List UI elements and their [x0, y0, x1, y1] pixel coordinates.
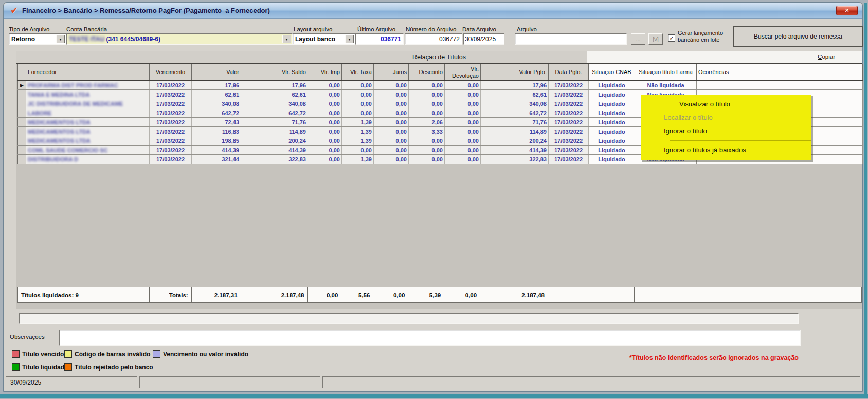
- cell-data_pgto[interactable]: 17/03/2022: [549, 99, 589, 108]
- cell-saldo[interactable]: 642,72: [241, 108, 308, 118]
- cell-valor_pgto[interactable]: 62,61: [481, 90, 549, 99]
- gerar-lancamento-checkbox[interactable]: ✓: [668, 34, 675, 42]
- cell-fornecedor[interactable]: MEDICAMENTOS LTDA: [26, 118, 150, 127]
- cell-valor_pgto[interactable]: 322,83: [481, 155, 549, 164]
- cell-valor_pgto[interactable]: 71,76: [481, 118, 549, 127]
- tipo-arquivo-select[interactable]: Retorno ▼: [9, 33, 66, 45]
- cell-valor[interactable]: 62,61: [192, 90, 241, 99]
- close-button[interactable]: ✕: [836, 6, 858, 15]
- cell-imp[interactable]: 0,00: [308, 136, 342, 146]
- cell-vencimento[interactable]: 17/03/2022: [150, 136, 192, 146]
- cell-devolucao[interactable]: 0,00: [445, 146, 481, 155]
- cell-saldo[interactable]: 414,39: [241, 146, 308, 155]
- cell-valor[interactable]: 642,72: [192, 108, 241, 118]
- cell-juros[interactable]: 0,00: [374, 127, 409, 136]
- cell-devolucao[interactable]: 0,00: [445, 118, 481, 127]
- cell-devolucao[interactable]: 0,00: [445, 81, 481, 90]
- cell-saldo[interactable]: 200,24: [241, 136, 308, 146]
- cell-cnab[interactable]: Liquidado: [589, 118, 635, 127]
- cell-taxa[interactable]: 1,39: [342, 127, 374, 136]
- cell-vencimento[interactable]: 17/03/2022: [150, 90, 192, 99]
- cell-desconto[interactable]: 2,06: [409, 118, 445, 127]
- row-selector-cell[interactable]: [18, 127, 26, 136]
- cell-taxa[interactable]: 1,39: [342, 155, 374, 164]
- cell-fornecedor[interactable]: TANIA E MEDINA LTDA: [26, 90, 150, 99]
- cell-cnab[interactable]: Liquidado: [589, 155, 635, 164]
- view-file-button[interactable]: [v]: [648, 33, 663, 45]
- cell-juros[interactable]: 0,00: [374, 155, 409, 164]
- cell-data_pgto[interactable]: 17/03/2022: [549, 136, 589, 146]
- cell-desconto[interactable]: 0,00: [409, 99, 445, 108]
- cell-imp[interactable]: 0,00: [308, 81, 342, 90]
- cell-vencimento[interactable]: 17/03/2022: [150, 81, 192, 90]
- cell-fornecedor[interactable]: MEDICAMENTOS LTDA: [26, 136, 150, 146]
- cell-valor[interactable]: 198,85: [192, 136, 241, 146]
- row-selector-cell[interactable]: [18, 90, 26, 99]
- cell-devolucao[interactable]: 0,00: [445, 136, 481, 146]
- cell-saldo[interactable]: 340,08: [241, 99, 308, 108]
- cell-taxa[interactable]: 1,39: [342, 118, 374, 127]
- cell-fornecedor[interactable]: LABORE: [26, 108, 150, 118]
- browse-button[interactable]: ...: [631, 33, 645, 45]
- conta-bancaria-select[interactable]: TESTE ITAU (341 6445/04689-6) ▼: [66, 33, 293, 45]
- cell-valor[interactable]: 72,43: [192, 118, 241, 127]
- cell-saldo[interactable]: 114,89: [241, 127, 308, 136]
- buscar-remessa-button[interactable]: Buscar pelo arquivo de remessa: [733, 26, 863, 47]
- cell-vencimento[interactable]: 17/03/2022: [150, 127, 192, 136]
- cell-saldo[interactable]: 322,83: [241, 155, 308, 164]
- cell-data_pgto[interactable]: 17/03/2022: [549, 118, 589, 127]
- cell-fornecedor[interactable]: COML SAUDE COMERCIO SC: [26, 146, 150, 155]
- cell-imp[interactable]: 0,00: [308, 90, 342, 99]
- menu-item-ignorar-o-t-tulos-j-baixados[interactable]: Ignorar o títulos já baixados: [641, 143, 811, 157]
- cell-saldo[interactable]: 71,76: [241, 118, 308, 127]
- row-selector-cell[interactable]: [18, 118, 26, 127]
- cell-cnab[interactable]: Liquidado: [589, 99, 635, 108]
- cell-farma[interactable]: Não liquidada: [635, 81, 697, 90]
- cell-taxa[interactable]: 0,00: [342, 146, 374, 155]
- cell-cnab[interactable]: Liquidado: [589, 146, 635, 155]
- observacoes-input[interactable]: [59, 330, 801, 346]
- cell-data_pgto[interactable]: 17/03/2022: [549, 155, 589, 164]
- cell-cnab[interactable]: Liquidado: [589, 127, 635, 136]
- cell-data_pgto[interactable]: 17/03/2022: [549, 90, 589, 99]
- cell-imp[interactable]: 0,00: [308, 99, 342, 108]
- cell-taxa[interactable]: 0,00: [342, 108, 374, 118]
- cell-cnab[interactable]: Liquidado: [589, 90, 635, 99]
- cell-valor_pgto[interactable]: 642,72: [481, 108, 549, 118]
- row-selector-arrow[interactable]: ▶: [18, 81, 26, 90]
- cell-devolucao[interactable]: 0,00: [445, 155, 481, 164]
- cell-fornecedor[interactable]: PROFARMA DIST PROD FARMAC: [26, 81, 150, 90]
- row-selector-cell[interactable]: [18, 136, 26, 146]
- cell-valor[interactable]: 17,96: [192, 81, 241, 90]
- cell-juros[interactable]: 0,00: [374, 81, 409, 90]
- cell-desconto[interactable]: 0,00: [409, 136, 445, 146]
- cell-data_pgto[interactable]: 17/03/2022: [549, 81, 589, 90]
- cell-imp[interactable]: 0,00: [308, 118, 342, 127]
- cell-juros[interactable]: 0,00: [374, 108, 409, 118]
- cell-vencimento[interactable]: 17/03/2022: [150, 108, 192, 118]
- cell-juros[interactable]: 0,00: [374, 146, 409, 155]
- cell-desconto[interactable]: 0,00: [409, 90, 445, 99]
- chevron-down-icon[interactable]: ▼: [56, 35, 65, 43]
- cell-taxa[interactable]: 1,39: [342, 136, 374, 146]
- data-arquivo-field[interactable]: 30/09/2025: [463, 33, 504, 45]
- chevron-down-icon[interactable]: ▼: [345, 35, 354, 43]
- row-selector-cell[interactable]: [18, 155, 26, 164]
- ultimo-arquivo-field[interactable]: 036771: [355, 33, 404, 45]
- menu-item-visualizar-o-t-tulo[interactable]: Visualizar o título: [641, 98, 811, 111]
- cell-vencimento[interactable]: 17/03/2022: [150, 146, 192, 155]
- row-selector-cell[interactable]: [18, 146, 26, 155]
- row-selector-cell[interactable]: [18, 108, 26, 118]
- cell-valor_pgto[interactable]: 17,96: [481, 81, 549, 90]
- cell-desconto[interactable]: 0,00: [409, 108, 445, 118]
- cell-devolucao[interactable]: 0,00: [445, 99, 481, 108]
- cell-desconto[interactable]: 0,00: [409, 155, 445, 164]
- cell-saldo[interactable]: 62,61: [241, 90, 308, 99]
- cell-fornecedor[interactable]: DISTRIBUIDORA D: [26, 155, 150, 164]
- cell-cnab[interactable]: Liquidado: [589, 81, 635, 90]
- cell-juros[interactable]: 0,00: [374, 136, 409, 146]
- cell-juros[interactable]: 0,00: [374, 99, 409, 108]
- cell-fornecedor[interactable]: MEDICAMENTOS LTDA: [26, 127, 150, 136]
- cell-devolucao[interactable]: 0,00: [445, 108, 481, 118]
- cell-juros[interactable]: 0,00: [374, 118, 409, 127]
